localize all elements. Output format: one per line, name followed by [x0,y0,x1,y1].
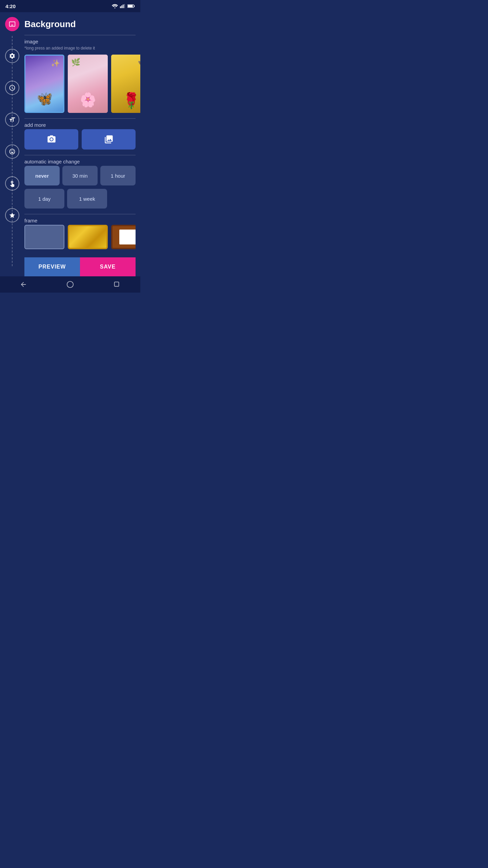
wifi-icon [112,4,118,8]
save-button[interactable]: SAVE [80,257,136,276]
image-thumbnails-row: 🦋 ✨ 🌸 🌿 🌹 🦋 [24,55,136,113]
sidebar [0,12,24,276]
recent-apps-button[interactable] [113,281,121,288]
image-thumb-floral[interactable]: 🌸 🌿 [68,55,108,113]
frame-thumbnails-row [24,225,136,252]
svg-rect-6 [128,5,133,7]
sidebar-item-touch[interactable] [5,176,19,191]
svg-rect-5 [134,5,135,7]
time-1week-button[interactable]: 1 week [67,189,107,209]
divider-4 [24,214,136,214]
preview-button[interactable]: PREVIEW [24,257,80,276]
font-icon [9,116,16,123]
back-button[interactable] [20,281,27,288]
settings-icon [9,53,16,59]
time-1day-button[interactable]: 1 day [24,189,64,209]
status-time: 4:20 [5,3,16,9]
sidebar-item-clock[interactable] [5,81,19,95]
star-icon [9,212,16,219]
frame-wood[interactable] [111,225,136,249]
emoji-icon [9,148,16,155]
sidebar-item-image[interactable] [5,17,19,31]
touch-icon [9,180,16,187]
bottom-bar: PREVIEW SAVE [24,257,136,276]
add-more-row [24,129,136,150]
time-options-row: never 30 min 1 hour [24,166,136,185]
frame-section-label: frame [24,218,136,223]
image-section-hint: *long press an added image to delete it [24,46,136,51]
gallery-icon [104,135,114,144]
clock-icon [9,84,16,91]
svg-rect-0 [120,6,121,8]
page-title: Background [24,19,136,29]
auto-change-label: automatic image change [24,159,136,164]
main-container: Background image *long press an added im… [0,12,140,276]
sidebar-item-emoji[interactable] [5,144,19,159]
frame-wood-inner [119,230,136,244]
navigation-bar [0,276,140,293]
image-thumb-rose[interactable]: 🌹 🦋 [111,55,140,113]
divider-3 [24,155,136,155]
divider-1 [24,35,136,35]
home-button[interactable] [66,281,74,288]
svg-point-7 [67,281,73,288]
camera-icon [47,135,56,144]
image-thumb-butterfly[interactable]: 🦋 ✨ [24,55,64,113]
divider-2 [24,118,136,119]
add-more-label: add more [24,122,136,128]
back-icon [20,281,27,288]
sidebar-item-settings[interactable] [5,49,19,63]
content-area: Background image *long press an added im… [24,12,140,276]
camera-button[interactable] [24,129,78,150]
image-icon [9,21,16,27]
time-1hour-button[interactable]: 1 hour [100,166,136,185]
battery-icon [127,4,135,8]
frame-plain[interactable] [24,225,64,249]
time-30min-button[interactable]: 30 min [62,166,98,185]
image-section-label: image [24,39,136,44]
sidebar-item-star[interactable] [5,208,19,222]
status-bar: 4:20 [0,0,140,12]
svg-rect-3 [124,4,125,8]
status-icons [112,4,135,8]
time-options-row-2: 1 day 1 week [24,189,136,209]
svg-rect-8 [115,282,119,287]
frame-gold[interactable] [68,225,108,249]
gallery-button[interactable] [82,129,136,150]
svg-rect-2 [123,4,124,8]
svg-rect-1 [121,5,122,8]
recent-icon [113,281,121,288]
page-header: Background [24,19,136,29]
sidebar-item-font[interactable] [5,113,19,127]
time-never-button[interactable]: never [24,166,60,185]
home-icon [66,281,74,288]
signal-icon [120,4,125,8]
